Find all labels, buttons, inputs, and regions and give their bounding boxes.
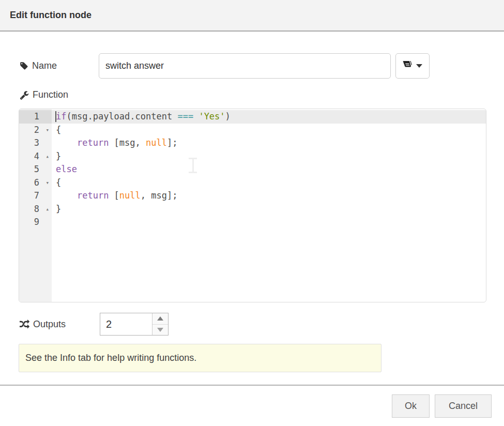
outputs-input[interactable]: [100, 313, 152, 335]
code-rows: 1if(msg.payload.content === 'Yes')2▾{3 r…: [19, 110, 486, 229]
line-number: 6▾: [19, 176, 52, 190]
code-text[interactable]: if(msg.payload.content === 'Yes'): [52, 110, 486, 124]
text-caret: [55, 111, 56, 122]
dialog-title: Edit function node: [10, 10, 91, 21]
token-operator: ===: [177, 111, 193, 121]
line-number: 7: [19, 189, 52, 203]
fold-close-icon[interactable]: ▴: [45, 150, 49, 163]
token-constant: null: [146, 138, 167, 148]
code-line[interactable]: 6▾{: [19, 176, 486, 190]
token-text: }: [56, 151, 61, 161]
code-text[interactable]: [52, 216, 486, 229]
caret-down-icon: [416, 64, 422, 68]
tag-icon: [20, 62, 28, 70]
code-line[interactable]: 8▴}: [19, 203, 486, 216]
outputs-label: Outputs: [20, 313, 66, 336]
token-text: ): [225, 111, 231, 121]
line-number: 2▾: [19, 124, 52, 137]
token-text: , msg];: [141, 190, 178, 201]
token-keyword: return: [77, 190, 109, 201]
code-text[interactable]: return [msg, null];: [52, 136, 486, 150]
fold-open-icon[interactable]: ▾: [45, 176, 49, 190]
token-text: [56, 138, 77, 148]
line-number: 9: [19, 216, 52, 229]
fold-open-icon[interactable]: ▾: [45, 124, 49, 137]
code-line[interactable]: 4▴}: [19, 150, 486, 163]
code-line[interactable]: 3 return [msg, null];: [19, 136, 486, 150]
token-keyword: else: [56, 164, 77, 174]
token-text: {: [56, 125, 61, 135]
token-text: [msg,: [109, 138, 146, 148]
code-line[interactable]: 5else: [19, 163, 486, 176]
token-text: [: [109, 190, 119, 201]
code-text[interactable]: else: [52, 163, 486, 176]
ok-button[interactable]: Ok: [392, 394, 430, 418]
token-keyword: if: [56, 111, 66, 121]
function-label: Function: [20, 89, 68, 100]
code-text[interactable]: }: [52, 150, 486, 163]
token-text: (msg.payload.content: [66, 111, 177, 121]
caret-down-icon: [157, 328, 163, 332]
spinner-up-button[interactable]: [152, 313, 168, 324]
code-editor[interactable]: 1if(msg.payload.content === 'Yes')2▾{3 r…: [19, 109, 486, 302]
spinner-buttons: [152, 313, 168, 335]
token-text: {: [56, 177, 61, 188]
info-text: See the Info tab for help writing functi…: [25, 353, 196, 363]
token-string: 'Yes': [198, 111, 225, 121]
outputs-spinner: [100, 313, 169, 336]
token-keyword: return: [77, 138, 109, 148]
code-line[interactable]: 1if(msg.payload.content === 'Yes'): [19, 110, 486, 124]
code-line[interactable]: 2▾{: [19, 124, 486, 137]
name-input[interactable]: [99, 53, 391, 79]
name-label-text: Name: [32, 60, 57, 71]
ibeam-cursor-icon: [188, 158, 198, 173]
name-label: Name: [20, 53, 57, 79]
token-constant: null: [119, 190, 141, 201]
fold-close-icon[interactable]: ▴: [45, 203, 49, 216]
token-text: [193, 111, 198, 121]
code-line[interactable]: 9: [19, 216, 486, 229]
spinner-down-button[interactable]: [152, 324, 168, 336]
line-number: 8▴: [19, 203, 52, 216]
line-number: 1: [19, 110, 52, 124]
book-icon: [403, 61, 413, 71]
line-number: 4▴: [19, 150, 52, 163]
token-text: [56, 190, 77, 201]
code-text[interactable]: {: [52, 124, 486, 137]
shuffle-icon: [20, 320, 29, 329]
caret-up-icon: [157, 316, 163, 321]
info-box: See the Info tab for help writing functi…: [19, 344, 381, 372]
code-text[interactable]: }: [52, 203, 486, 216]
code-text[interactable]: {: [52, 176, 486, 190]
line-number: 3: [19, 136, 52, 150]
token-text: }: [56, 204, 61, 214]
wrench-icon: [20, 90, 29, 100]
outputs-label-text: Outputs: [33, 319, 66, 330]
function-label-text: Function: [33, 89, 68, 100]
code-line[interactable]: 7 return [null, msg];: [19, 189, 486, 203]
cancel-button[interactable]: Cancel: [435, 394, 492, 418]
line-number: 5: [19, 163, 52, 176]
footer-separator: [0, 385, 504, 386]
token-text: ];: [167, 138, 177, 148]
library-button[interactable]: [395, 53, 430, 79]
code-text[interactable]: return [null, msg];: [52, 189, 486, 203]
dialog-header: Edit function node: [0, 0, 504, 32]
